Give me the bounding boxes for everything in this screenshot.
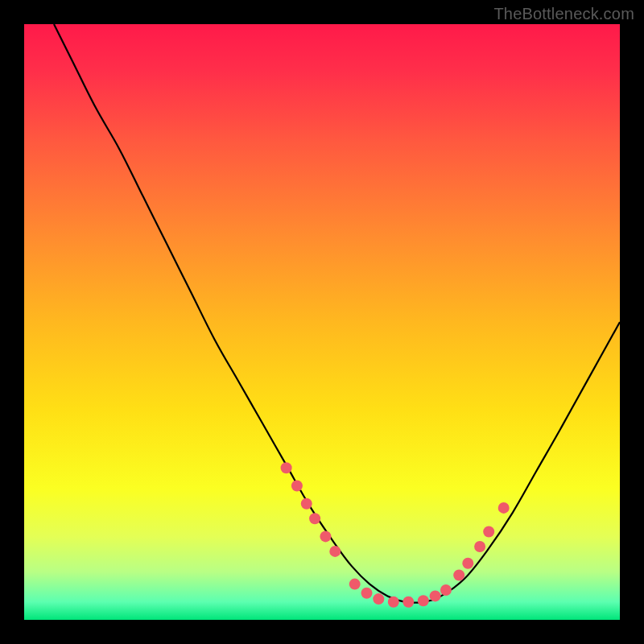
curve-marker — [291, 481, 303, 492]
curve-marker — [301, 498, 312, 510]
curve-marker — [483, 526, 494, 537]
curve-marker — [474, 541, 485, 552]
attribution-label: TheBottleneck.com — [493, 5, 634, 23]
chart-frame: TheBottleneck.com — [0, 0, 644, 644]
curve-marker — [373, 593, 384, 605]
curve-marker — [498, 502, 510, 514]
curve-marker — [402, 597, 414, 608]
curve-marker — [418, 595, 429, 606]
curve-marker — [329, 546, 341, 557]
plot-area — [24, 24, 620, 620]
curve-marker — [453, 570, 464, 581]
curve-marker — [361, 588, 373, 599]
curve-marker — [462, 558, 473, 569]
curve-marker — [430, 590, 441, 601]
chart-svg — [24, 24, 620, 620]
curve-marker — [309, 513, 320, 524]
curve-marker — [388, 597, 399, 608]
curve-marker — [440, 584, 452, 596]
gradient-background — [24, 24, 620, 620]
curve-marker — [349, 579, 361, 590]
curve-marker — [281, 462, 292, 473]
curve-marker — [320, 530, 331, 542]
